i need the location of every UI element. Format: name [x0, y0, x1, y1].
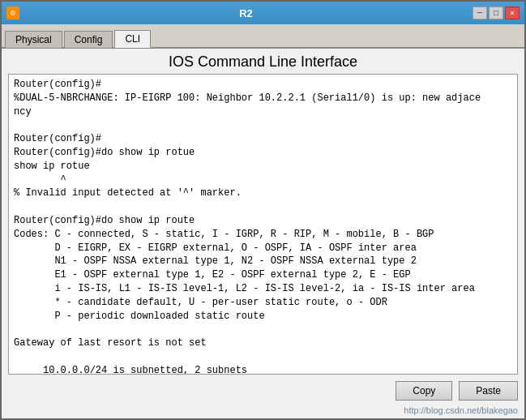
bottom-bar: Copy Paste — [2, 378, 524, 405]
tab-config[interactable]: Config — [64, 31, 113, 48]
main-window: ⚙ R2 ─ □ ✕ Physical Config CLI IOS Comma… — [0, 0, 526, 420]
watermark: http://blog.csdn.net/blakegao — [2, 405, 524, 418]
copy-button[interactable]: Copy — [396, 381, 452, 401]
tab-cli[interactable]: CLI — [114, 30, 151, 48]
page-title: IOS Command Line Interface — [2, 49, 524, 74]
window-controls: ─ □ ✕ — [473, 6, 520, 19]
paste-button[interactable]: Paste — [459, 381, 518, 401]
minimize-button[interactable]: ─ — [473, 6, 487, 19]
terminal-wrapper: Router(config)# %DUAL-5-NBRCHANGE: IP-EI… — [8, 74, 518, 375]
content-area: IOS Command Line Interface Router(config… — [2, 49, 524, 418]
tab-physical[interactable]: Physical — [5, 31, 62, 48]
terminal-content: Router(config)# %DUAL-5-NBRCHANGE: IP-EI… — [9, 75, 517, 374]
app-icon: ⚙ — [6, 6, 19, 19]
close-button[interactable]: ✕ — [505, 6, 520, 19]
window-title: R2 — [19, 7, 473, 19]
title-bar: ⚙ R2 ─ □ ✕ — [2, 2, 524, 24]
tabs-bar: Physical Config CLI — [2, 24, 524, 49]
terminal-scroll[interactable]: Router(config)# %DUAL-5-NBRCHANGE: IP-EI… — [9, 75, 517, 374]
restore-button[interactable]: □ — [489, 6, 503, 19]
